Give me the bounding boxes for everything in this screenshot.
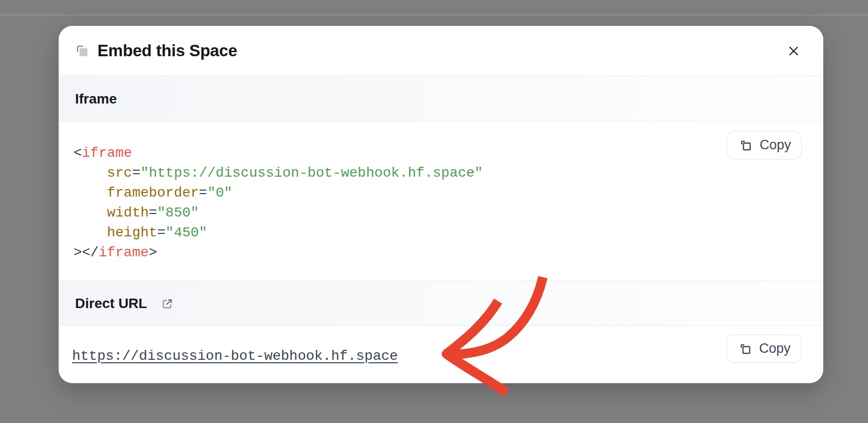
background-page-edge	[0, 14, 868, 15]
copy-iframe-label: Copy	[760, 137, 791, 153]
direct-url-section-header: Direct URL	[59, 281, 823, 326]
direct-url-row: https://discussion-bot-webhook.hf.space …	[59, 326, 823, 383]
screen: Embed this Space Iframe <iframe src="htt…	[0, 0, 868, 423]
modal-header: Embed this Space	[59, 26, 823, 76]
modal-title: Embed this Space	[97, 41, 237, 60]
iframe-section-header: Iframe	[59, 76, 823, 122]
iframe-code-section: <iframe src="https://discussion-bot-webh…	[59, 122, 823, 281]
direct-url-section-label: Direct URL	[75, 296, 147, 312]
copy-iframe-button[interactable]: Copy	[727, 131, 802, 159]
external-link-icon[interactable]	[161, 297, 174, 311]
copy-icon	[738, 137, 753, 153]
close-button[interactable]	[783, 41, 803, 61]
copy-icon	[76, 44, 89, 58]
copy-url-label: Copy	[759, 341, 790, 356]
copy-url-button[interactable]: Copy	[726, 334, 801, 363]
embed-space-modal: Embed this Space Iframe <iframe src="htt…	[59, 26, 823, 383]
embed-code: <iframe src="https://discussion-bot-webh…	[74, 143, 823, 263]
iframe-section-label: Iframe	[75, 91, 117, 107]
direct-url-link[interactable]: https://discussion-bot-webhook.hf.space	[72, 348, 398, 364]
copy-icon	[737, 341, 753, 356]
close-x-icon	[787, 44, 800, 58]
